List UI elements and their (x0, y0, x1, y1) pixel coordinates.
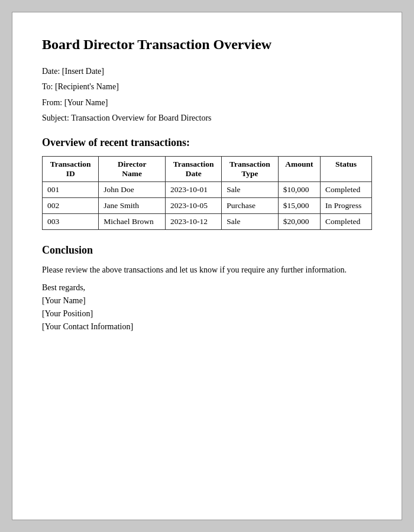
meta-date: Date: [Insert Date] (42, 65, 372, 78)
table-row: 002 Jane Smith 2023-10-05 Purchase $15,0… (43, 198, 372, 214)
table-row: 003 Michael Brown 2023-10-12 Sale $20,00… (43, 214, 372, 230)
conclusion-body: Please review the above transactions and… (42, 264, 372, 276)
cell-amount: $10,000 (278, 182, 320, 198)
cell-date: 2023-10-05 (166, 198, 222, 214)
conclusion-heading: Conclusion (42, 244, 372, 257)
col-header-id: TransactionID (43, 157, 99, 182)
signature-contact: [Your Contact Information] (42, 322, 372, 332)
page-title: Board Director Transaction Overview (42, 36, 372, 53)
cell-date: 2023-10-12 (166, 214, 222, 230)
col-header-date: TransactionDate (166, 157, 222, 182)
meta-subject: Subject: Transaction Overview for Board … (42, 112, 372, 125)
col-header-name: DirectorName (99, 157, 166, 182)
cell-id: 001 (43, 182, 99, 198)
signature-position: [Your Position] (42, 309, 372, 319)
cell-name: Jane Smith (99, 198, 166, 214)
meta-from: From: [Your Name] (42, 96, 372, 109)
regards-line: Best regards, (42, 283, 372, 293)
cell-type: Sale (222, 214, 278, 230)
cell-name: Michael Brown (99, 214, 166, 230)
cell-id: 002 (43, 198, 99, 214)
meta-to: To: [Recipient's Name] (42, 80, 372, 93)
cell-status: In Progress (321, 198, 372, 214)
cell-amount: $20,000 (278, 214, 320, 230)
cell-amount: $15,000 (278, 198, 320, 214)
transactions-table: TransactionID DirectorName TransactionDa… (42, 156, 372, 230)
col-header-type: TransactionType (222, 157, 278, 182)
overview-heading: Overview of recent transactions: (42, 137, 372, 149)
cell-id: 003 (43, 214, 99, 230)
table-row: 001 John Doe 2023-10-01 Sale $10,000 Com… (43, 182, 372, 198)
cell-status: Completed (321, 182, 372, 198)
cell-date: 2023-10-01 (166, 182, 222, 198)
col-header-amount: Amount (278, 157, 320, 182)
signature-name: [Your Name] (42, 296, 372, 306)
cell-type: Purchase (222, 198, 278, 214)
cell-name: John Doe (99, 182, 166, 198)
table-header-row: TransactionID DirectorName TransactionDa… (43, 157, 372, 182)
document-page: Board Director Transaction Overview Date… (12, 12, 402, 520)
cell-type: Sale (222, 182, 278, 198)
cell-status: Completed (321, 214, 372, 230)
col-header-status: Status (321, 157, 372, 182)
